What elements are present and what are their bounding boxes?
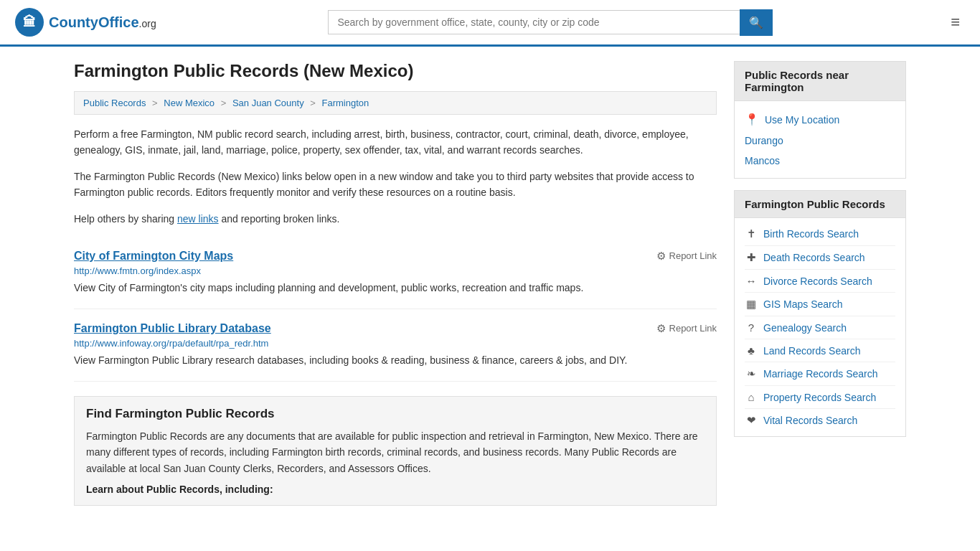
nearby-header: Public Records near Farmington <box>735 62 905 101</box>
divorce-icon: ↔ <box>745 275 758 287</box>
nearby-durango-label: Durango <box>745 135 783 146</box>
record-url-1[interactable]: http://www.fmtn.org/index.aspx <box>74 265 717 276</box>
breadcrumb-public-records[interactable]: Public Records <box>83 98 146 108</box>
land-records-link[interactable]: ♣ Land Records Search <box>745 339 895 362</box>
report-icon-1: ⚙ <box>656 250 666 263</box>
main-container: Farmington Public Records (New Mexico) P… <box>60 47 920 520</box>
genealogy-icon: ? <box>745 321 758 334</box>
header: 🏛 CountyOffice.org 🔍 ≡ <box>0 0 980 47</box>
birth-records-label: Birth Records Search <box>763 228 859 240</box>
record-title-1[interactable]: City of Farmington City Maps <box>74 250 233 263</box>
find-section: Find Farmington Public Records Farmingto… <box>74 396 717 506</box>
record-entry-2: Farmington Public Library Database ⚙ Rep… <box>74 309 717 382</box>
marriage-records-label: Marriage Records Search <box>763 368 878 380</box>
farmington-records-content: ✝ Birth Records Search ✚ Death Records S… <box>735 218 905 436</box>
use-location-item[interactable]: 📍 Use My Location <box>745 108 895 131</box>
find-desc: Farmington Public Records are any docume… <box>86 428 705 476</box>
birth-records-link[interactable]: ✝ Birth Records Search <box>745 222 895 246</box>
farmington-records-header: Farmington Public Records <box>735 191 905 218</box>
land-records-label: Land Records Search <box>763 345 860 357</box>
search-area: 🔍 <box>328 9 773 36</box>
logo-icon: 🏛 <box>14 7 44 37</box>
record-desc-1: View City of Farmington's city maps incl… <box>74 281 717 296</box>
report-icon-2: ⚙ <box>656 322 666 335</box>
divorce-records-label: Divorce Records Search <box>763 276 872 287</box>
report-link-label-1: Report Link <box>669 250 717 261</box>
vital-records-label: Vital Records Search <box>763 415 857 426</box>
property-icon: ⌂ <box>745 391 758 403</box>
menu-icon[interactable]: ≡ <box>945 10 966 34</box>
breadcrumb-san-juan[interactable]: San Juan County <box>232 98 304 108</box>
intro-paragraph-1: Perform a free Farmington, NM public rec… <box>74 126 717 159</box>
marriage-icon: ❧ <box>745 367 758 380</box>
intro3-after: and reporting broken links. <box>219 213 340 225</box>
nearby-content: 📍 Use My Location Durango Mancos <box>735 101 905 178</box>
search-button[interactable]: 🔍 <box>740 9 773 36</box>
nearby-box: Public Records near Farmington 📍 Use My … <box>734 61 906 179</box>
report-link-1[interactable]: ⚙ Report Link <box>656 250 717 263</box>
breadcrumb-sep-2: > <box>221 98 227 108</box>
use-location-label: Use My Location <box>765 114 839 126</box>
new-links-link[interactable]: new links <box>177 213 219 225</box>
search-input[interactable] <box>328 10 740 34</box>
vital-records-link[interactable]: ❤ Vital Records Search <box>745 409 895 432</box>
nearby-mancos-label: Mancos <box>745 155 780 166</box>
marriage-records-link[interactable]: ❧ Marriage Records Search <box>745 362 895 386</box>
farmington-records-box: Farmington Public Records ✝ Birth Record… <box>734 190 906 437</box>
vital-icon: ❤ <box>745 414 758 427</box>
location-pin-icon: 📍 <box>745 113 759 126</box>
breadcrumb-new-mexico[interactable]: New Mexico <box>164 98 215 108</box>
genealogy-link[interactable]: ? Genealogy Search <box>745 316 895 339</box>
breadcrumb-farmington[interactable]: Farmington <box>322 98 369 108</box>
intro3-before: Help others by sharing <box>74 213 177 225</box>
breadcrumb-sep-3: > <box>310 98 316 108</box>
record-entry-1: City of Farmington City Maps ⚙ Report Li… <box>74 237 717 309</box>
learn-title: Learn about Public Records, including: <box>86 484 705 495</box>
property-records-link[interactable]: ⌂ Property Records Search <box>745 386 895 409</box>
birth-icon: ✝ <box>745 227 758 240</box>
gis-maps-label: GIS Maps Search <box>763 298 843 310</box>
divorce-records-link[interactable]: ↔ Divorce Records Search <box>745 270 895 293</box>
land-icon: ♣ <box>745 344 758 357</box>
sidebar: Public Records near Farmington 📍 Use My … <box>734 61 906 506</box>
record-title-row-1: City of Farmington City Maps ⚙ Report Li… <box>74 250 717 263</box>
intro-paragraph-3: Help others by sharing new links and rep… <box>74 211 717 227</box>
report-link-label-2: Report Link <box>669 323 717 334</box>
nearby-mancos[interactable]: Mancos <box>745 151 895 171</box>
page-title: Farmington Public Records (New Mexico) <box>74 61 717 81</box>
gis-maps-link[interactable]: ▦ GIS Maps Search <box>745 293 895 316</box>
record-title-2[interactable]: Farmington Public Library Database <box>74 322 271 335</box>
intro-paragraph-2: The Farmington Public Records (New Mexic… <box>74 169 717 201</box>
gis-icon: ▦ <box>745 298 758 311</box>
content-area: Farmington Public Records (New Mexico) P… <box>74 61 717 506</box>
logo-text: CountyOffice.org <box>49 14 156 31</box>
record-desc-2: View Farmington Public Library research … <box>74 353 717 368</box>
record-title-row-2: Farmington Public Library Database ⚙ Rep… <box>74 322 717 335</box>
record-url-2[interactable]: http://www.infoway.org/rpa/default/rpa_r… <box>74 338 717 349</box>
svg-text:🏛: 🏛 <box>23 14 36 29</box>
report-link-2[interactable]: ⚙ Report Link <box>656 322 717 335</box>
genealogy-label: Genealogy Search <box>763 322 847 334</box>
death-records-link[interactable]: ✚ Death Records Search <box>745 246 895 270</box>
find-title: Find Farmington Public Records <box>86 407 705 421</box>
logo-area: 🏛 CountyOffice.org <box>14 7 156 37</box>
breadcrumb-sep-1: > <box>152 98 158 108</box>
nearby-durango[interactable]: Durango <box>745 131 895 151</box>
death-records-label: Death Records Search <box>763 252 865 263</box>
breadcrumb: Public Records > New Mexico > San Juan C… <box>74 91 717 115</box>
property-records-label: Property Records Search <box>763 392 876 403</box>
death-icon: ✚ <box>745 251 758 264</box>
